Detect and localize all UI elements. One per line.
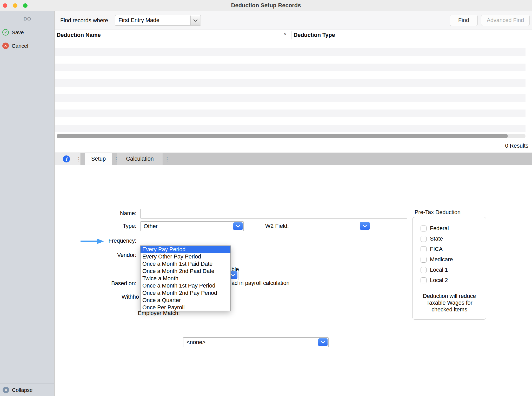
pretax-row-local2: Local 2 xyxy=(421,277,448,283)
frequency-option[interactable]: Once a Month 1st Pay Period xyxy=(141,282,230,289)
tab-calculation[interactable]: Calculation xyxy=(117,153,163,165)
pretax-row-state: State xyxy=(421,236,443,242)
pretax-row-local1: Local 1 xyxy=(421,267,448,273)
sort-ascending-icon: ^ xyxy=(284,30,286,40)
state-checkbox[interactable] xyxy=(421,236,427,242)
local1-checkbox[interactable] xyxy=(421,267,427,273)
local2-label: Local 2 xyxy=(430,277,448,284)
menu-dots-icon[interactable]: ⋮ xyxy=(76,153,82,165)
cancel-button[interactable]: ✕ Cancel xyxy=(2,43,28,49)
results-count: 0 Results xyxy=(442,143,528,149)
record-info-segment: i ⋮ xyxy=(55,153,81,165)
find-button[interactable]: Find xyxy=(450,15,478,26)
fica-label: FICA xyxy=(430,246,443,252)
cancel-label: Cancel xyxy=(12,43,28,49)
name-input[interactable] xyxy=(140,209,407,219)
taxable-label-fragment: ble xyxy=(231,266,239,273)
chevron-down-icon xyxy=(236,225,240,228)
type-value: Other xyxy=(141,222,243,231)
tab-bar: i ⋮ Setup ⋮ Calculation ⋮ xyxy=(55,153,532,165)
collapse-button[interactable]: « Collapse xyxy=(0,384,55,396)
based-on-label: Based on: xyxy=(84,279,136,287)
federal-checkbox[interactable] xyxy=(421,226,427,231)
info-icon[interactable]: i xyxy=(63,155,70,162)
pretax-row-fica: FICA xyxy=(421,246,443,252)
sidebar-header: DO xyxy=(0,16,55,22)
medicare-checkbox[interactable] xyxy=(421,257,427,263)
column-header-deduction-type[interactable]: Deduction Type xyxy=(294,30,335,40)
frequency-option[interactable]: Once a Month 2nd Paid Date xyxy=(141,268,230,275)
save-label: Save xyxy=(12,29,24,36)
collapse-label: Collapse xyxy=(12,387,33,393)
payroll-calculation-label-fragment: ad in payroll calculation xyxy=(231,280,290,286)
frequency-option-list: Every Pay Period Every Other Pay Period … xyxy=(140,245,231,311)
frequency-option[interactable]: Once a Month 2nd Pay Period xyxy=(141,289,230,297)
employer-match-dropdown-button[interactable] xyxy=(318,338,328,346)
advanced-find-button[interactable]: Advanced Find xyxy=(481,15,530,26)
pretax-note-line: checked items xyxy=(416,306,483,313)
chevron-down-icon xyxy=(321,341,325,344)
frequency-option[interactable]: Twice a Month xyxy=(141,275,230,282)
frequency-option[interactable]: Once a Month 1st Paid Date xyxy=(141,260,230,268)
horizontal-scrollbar-thumb[interactable] xyxy=(57,134,508,138)
pretax-note-line: Taxable Wages for xyxy=(416,299,483,306)
type-label: Type: xyxy=(84,222,136,230)
horizontal-scrollbar[interactable] xyxy=(57,134,526,138)
pretax-note: Deduction will reduce Taxable Wages for … xyxy=(416,293,483,313)
title-bar: Deduction Setup Records xyxy=(0,0,532,11)
frequency-option[interactable]: Once a Quarter xyxy=(141,297,230,304)
save-check-icon: ✓ xyxy=(2,29,9,36)
collapse-chevrons-icon: « xyxy=(3,387,9,393)
save-button[interactable]: ✓ Save xyxy=(2,29,24,36)
pretax-row-federal: Federal xyxy=(421,225,449,231)
find-field-dropdown[interactable]: First Entry Made xyxy=(115,15,201,26)
chevron-down-icon xyxy=(231,274,235,276)
column-divider xyxy=(291,31,291,39)
tab-setup[interactable]: Setup xyxy=(85,153,112,165)
chevron-down-icon xyxy=(194,19,197,22)
frequency-label: Frequency: xyxy=(84,237,136,245)
withholding-label-fragment: Withho xyxy=(122,294,139,300)
cancel-x-icon: ✕ xyxy=(2,43,9,49)
medicare-label: Medicare xyxy=(430,256,453,263)
pretax-note-line: Deduction will reduce xyxy=(416,293,483,299)
local2-checkbox[interactable] xyxy=(421,277,427,283)
pretax-deduction-title: Pre-Tax Deduction xyxy=(415,209,461,216)
w2-field-dropdown-button[interactable] xyxy=(360,222,370,230)
type-dropdown-button[interactable] xyxy=(233,222,243,230)
app-window: Deduction Setup Records DO ✓ Save ✕ Canc… xyxy=(0,0,532,396)
find-field-value: First Entry Made xyxy=(115,15,201,25)
sidebar xyxy=(0,11,55,396)
chevron-down-icon xyxy=(363,225,367,227)
w2-field-label: W2 Field: xyxy=(265,222,289,230)
state-label: State xyxy=(430,236,443,242)
type-dropdown[interactable]: Other xyxy=(140,221,244,231)
frequency-option[interactable]: Every Other Pay Period xyxy=(141,253,230,260)
table-body xyxy=(55,40,526,132)
find-field-dropdown-button[interactable] xyxy=(190,16,200,25)
menu-dots-icon[interactable]: ⋮ xyxy=(164,153,170,165)
find-records-where-label: Find records where xyxy=(60,11,108,30)
local1-label: Local 1 xyxy=(430,267,448,273)
name-label: Name: xyxy=(84,209,136,217)
frequency-option[interactable]: Every Pay Period xyxy=(141,246,230,253)
employer-match-dropdown[interactable]: <none> xyxy=(183,337,329,347)
frequency-option[interactable]: Once Per Payroll xyxy=(141,304,230,311)
vendor-label: Vendor: xyxy=(84,251,136,259)
federal-label: Federal xyxy=(430,225,449,232)
employer-match-value: <none> xyxy=(183,338,328,347)
pretax-row-medicare: Medicare xyxy=(421,256,453,263)
window-title: Deduction Setup Records xyxy=(0,0,532,11)
column-header-deduction-name[interactable]: Deduction Name xyxy=(57,30,101,40)
fica-checkbox[interactable] xyxy=(421,246,427,252)
